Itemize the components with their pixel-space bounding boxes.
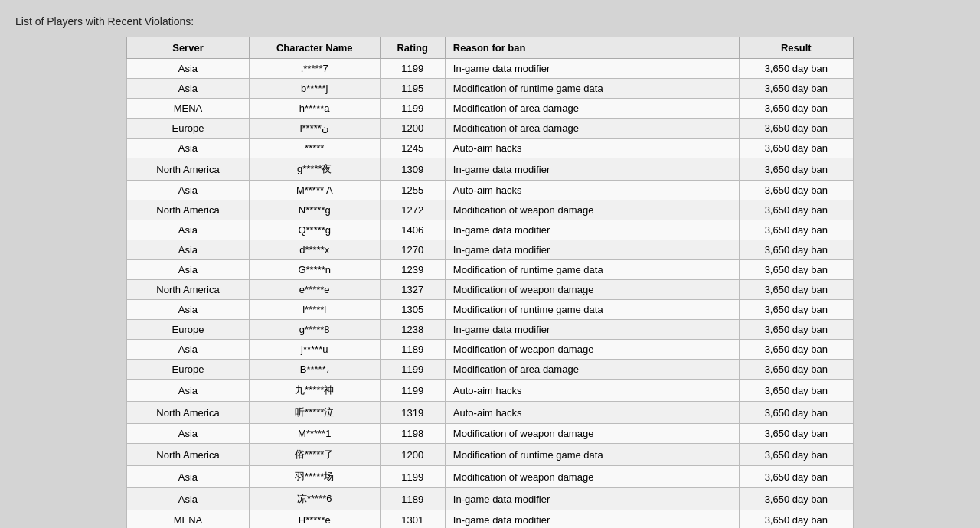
- cell-reason: In-game data modifier: [445, 240, 739, 260]
- cell-character: 俗*****了: [249, 444, 380, 466]
- header-result: Result: [739, 37, 853, 59]
- cell-result: 3,650 day ban: [739, 99, 853, 119]
- table-row: EuropeB*****،1199Modification of area da…: [127, 360, 854, 380]
- cell-character: d*****x: [249, 240, 380, 260]
- cell-result: 3,650 day ban: [739, 79, 853, 99]
- cell-character: 凉*****6: [249, 488, 380, 510]
- table-row: Asiab*****j1195Modification of runtime g…: [127, 79, 854, 99]
- cell-character: M*****1: [249, 424, 380, 444]
- cell-character: g*****8: [249, 320, 380, 340]
- cell-reason: In-game data modifier: [445, 220, 739, 240]
- cell-server: Asia: [127, 260, 250, 280]
- cell-server: North America: [127, 402, 250, 424]
- cell-result: 3,650 day ban: [739, 466, 853, 488]
- cell-reason: In-game data modifier: [445, 320, 739, 340]
- cell-character: l*****ن: [249, 119, 380, 139]
- table-row: Asia羽*****场1199Modification of weapon da…: [127, 466, 854, 488]
- cell-server: North America: [127, 444, 250, 466]
- cell-reason: Modification of runtime game data: [445, 444, 739, 466]
- table-row: North Americag*****夜1309In-game data mod…: [127, 158, 854, 181]
- cell-server: Asia: [127, 380, 250, 402]
- cell-result: 3,650 day ban: [739, 488, 853, 510]
- cell-rating: 1309: [380, 158, 445, 181]
- cell-rating: 1327: [380, 280, 445, 300]
- cell-rating: 1200: [380, 119, 445, 139]
- cell-server: Asia: [127, 220, 250, 240]
- cell-result: 3,650 day ban: [739, 200, 853, 220]
- cell-rating: 1272: [380, 200, 445, 220]
- table-row: AsiaM***** A1255Auto-aim hacks3,650 day …: [127, 181, 854, 200]
- table-row: Europel*****ن1200Modification of area da…: [127, 119, 854, 139]
- cell-reason: Modification of weapon damage: [445, 280, 739, 300]
- cell-result: 3,650 day ban: [739, 139, 853, 158]
- cell-reason: Modification of area damage: [445, 99, 739, 119]
- table-row: Asia凉*****61189In-game data modifier3,65…: [127, 488, 854, 510]
- cell-result: 3,650 day ban: [739, 424, 853, 444]
- cell-server: North America: [127, 158, 250, 181]
- cell-rating: 1305: [380, 300, 445, 320]
- cell-reason: In-game data modifier: [445, 158, 739, 181]
- cell-rating: 1301: [380, 510, 445, 529]
- cell-reason: In-game data modifier: [445, 510, 739, 529]
- cell-result: 3,650 day ban: [739, 300, 853, 320]
- cell-rating: 1195: [380, 79, 445, 99]
- table-row: Asia.*****71199In-game data modifier3,65…: [127, 59, 854, 79]
- cell-rating: 1239: [380, 260, 445, 280]
- cell-reason: Modification of weapon damage: [445, 424, 739, 444]
- table-row: Europeg*****81238In-game data modifier3,…: [127, 320, 854, 340]
- cell-result: 3,650 day ban: [739, 510, 853, 529]
- cell-rating: 1189: [380, 488, 445, 510]
- cell-reason: Modification of runtime game data: [445, 260, 739, 280]
- cell-server: Asia: [127, 466, 250, 488]
- cell-character: *****: [249, 139, 380, 158]
- cell-character: B*****،: [249, 360, 380, 380]
- cell-server: Asia: [127, 424, 250, 444]
- cell-rating: 1238: [380, 320, 445, 340]
- cell-result: 3,650 day ban: [739, 220, 853, 240]
- cell-server: Europe: [127, 119, 250, 139]
- cell-character: N*****g: [249, 200, 380, 220]
- cell-reason: Auto-aim hacks: [445, 181, 739, 200]
- header-character: Character Name: [249, 37, 380, 59]
- cell-reason: Auto-aim hacks: [445, 402, 739, 424]
- cell-rating: 1199: [380, 59, 445, 79]
- cell-rating: 1255: [380, 181, 445, 200]
- cell-result: 3,650 day ban: [739, 380, 853, 402]
- cell-reason: Modification of weapon damage: [445, 200, 739, 220]
- cell-server: Asia: [127, 181, 250, 200]
- cell-reason: Modification of runtime game data: [445, 300, 739, 320]
- violations-table-container: Server Character Name Rating Reason for …: [15, 37, 965, 528]
- cell-rating: 1270: [380, 240, 445, 260]
- table-row: North Americae*****e1327Modification of …: [127, 280, 854, 300]
- cell-server: Europe: [127, 360, 250, 380]
- cell-server: Asia: [127, 340, 250, 360]
- cell-reason: In-game data modifier: [445, 59, 739, 79]
- cell-server: Asia: [127, 488, 250, 510]
- cell-rating: 1199: [380, 360, 445, 380]
- cell-rating: 1189: [380, 340, 445, 360]
- cell-character: h*****a: [249, 99, 380, 119]
- cell-rating: 1406: [380, 220, 445, 240]
- cell-result: 3,650 day ban: [739, 240, 853, 260]
- cell-reason: Modification of weapon damage: [445, 340, 739, 360]
- table-row: AsiaG*****n1239Modification of runtime g…: [127, 260, 854, 280]
- cell-rating: 1199: [380, 380, 445, 402]
- table-row: North America俗*****了1200Modification of …: [127, 444, 854, 466]
- cell-reason: Modification of area damage: [445, 360, 739, 380]
- table-body: Asia.*****71199In-game data modifier3,65…: [127, 59, 854, 529]
- cell-character: 听*****泣: [249, 402, 380, 424]
- cell-server: MENA: [127, 510, 250, 529]
- cell-reason: Modification of weapon damage: [445, 466, 739, 488]
- cell-result: 3,650 day ban: [739, 402, 853, 424]
- cell-server: Asia: [127, 240, 250, 260]
- table-row: North America听*****泣1319Auto-aim hacks3,…: [127, 402, 854, 424]
- table-row: Asiad*****x1270In-game data modifier3,65…: [127, 240, 854, 260]
- cell-rating: 1199: [380, 466, 445, 488]
- cell-result: 3,650 day ban: [739, 280, 853, 300]
- cell-rating: 1245: [380, 139, 445, 158]
- cell-result: 3,650 day ban: [739, 158, 853, 181]
- page-title: List of Players with Recent Violations:: [15, 15, 965, 28]
- cell-character: H*****e: [249, 510, 380, 529]
- cell-rating: 1200: [380, 444, 445, 466]
- header-reason: Reason for ban: [445, 37, 739, 59]
